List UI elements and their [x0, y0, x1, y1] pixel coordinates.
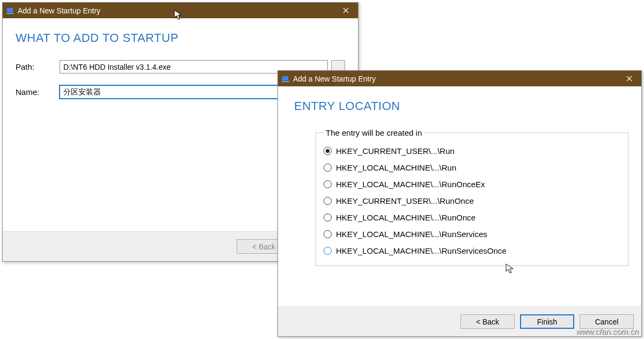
radio-icon[interactable]	[324, 180, 332, 188]
radio-label: HKEY_LOCAL_MACHINE\...\RunServices	[336, 230, 487, 239]
radio-icon[interactable]	[324, 213, 332, 222]
window-title: Add a New Startup Entry	[18, 6, 334, 15]
radio-label: HKEY_LOCAL_MACHINE\...\Run	[336, 163, 456, 172]
app-icon	[281, 75, 290, 83]
group-legend: The entry will be created in	[324, 128, 424, 137]
radio-option[interactable]: HKEY_LOCAL_MACHINE\...\RunServicesOnce	[324, 242, 620, 259]
radio-option[interactable]: HKEY_LOCAL_MACHINE\...\RunOnce	[324, 209, 620, 226]
radio-icon[interactable]	[324, 147, 332, 155]
svg-rect-1	[6, 13, 14, 14]
close-button[interactable]	[334, 3, 358, 18]
svg-rect-0	[7, 8, 13, 12]
radio-icon[interactable]	[324, 197, 332, 205]
radio-option[interactable]: HKEY_CURRENT_USER\...\RunOnce	[324, 193, 620, 209]
path-label: Path:	[16, 62, 60, 71]
radio-label: HKEY_LOCAL_MACHINE\...\RunServicesOnce	[336, 246, 507, 255]
titlebar[interactable]: Add a New Startup Entry	[278, 71, 641, 86]
page-heading: ENTRY LOCATION	[294, 99, 641, 113]
radio-option[interactable]: HKEY_LOCAL_MACHINE\...\RunOnceEx	[324, 176, 620, 193]
radio-option[interactable]: HKEY_CURRENT_USER\...\Run	[324, 143, 620, 159]
svg-rect-3	[282, 81, 289, 82]
page-heading: WHAT TO ADD TO STARTUP	[16, 31, 345, 45]
radio-icon[interactable]	[324, 230, 332, 238]
close-button[interactable]	[617, 71, 641, 86]
name-label: Name:	[16, 87, 60, 97]
watermark: www.cfan.com.cn	[576, 327, 639, 336]
radio-option[interactable]: HKEY_LOCAL_MACHINE\...\RunServices	[324, 226, 620, 242]
titlebar[interactable]: Add a New Startup Entry	[3, 3, 358, 18]
finish-button[interactable]: Finish	[520, 314, 574, 329]
radio-label: HKEY_CURRENT_USER\...\Run	[336, 146, 455, 156]
radio-icon[interactable]	[324, 247, 332, 255]
back-button[interactable]: < Back	[460, 314, 515, 329]
app-icon	[6, 6, 14, 15]
radio-icon[interactable]	[324, 164, 332, 172]
window-title: Add a New Startup Entry	[293, 75, 617, 83]
location-group: The entry will be created in HKEY_CURREN…	[316, 128, 628, 266]
svg-rect-2	[282, 76, 288, 80]
radio-label: HKEY_LOCAL_MACHINE\...\RunOnce	[336, 213, 475, 222]
radio-option[interactable]: HKEY_LOCAL_MACHINE\...\Run	[324, 159, 620, 176]
radio-label: HKEY_CURRENT_USER\...\RunOnce	[336, 196, 474, 205]
dialog-entry-location: Add a New Startup Entry ENTRY LOCATION T…	[277, 70, 642, 337]
radio-label: HKEY_LOCAL_MACHINE\...\RunOnceEx	[336, 180, 485, 189]
